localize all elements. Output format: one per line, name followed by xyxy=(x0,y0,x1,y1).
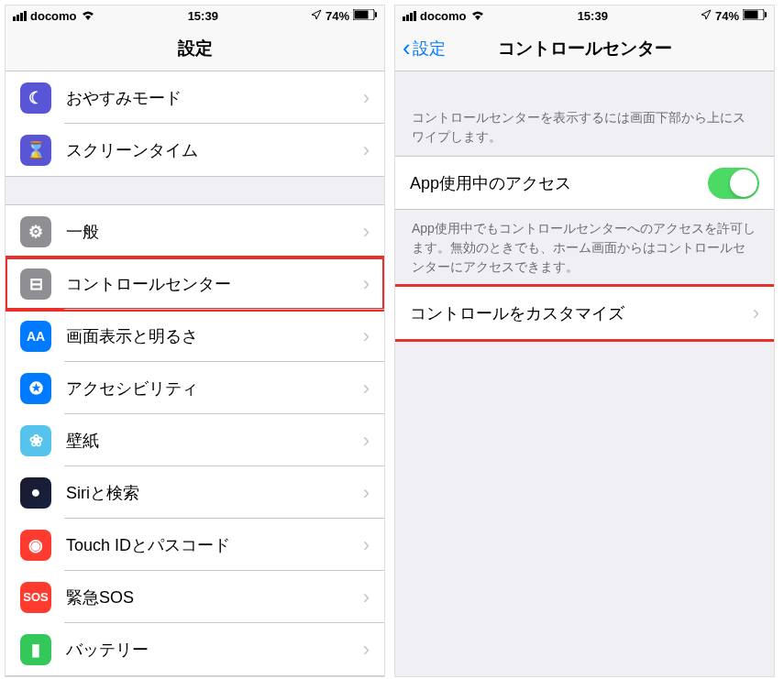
chevron-right-icon: › xyxy=(363,324,370,348)
svg-rect-2 xyxy=(375,12,377,17)
status-time: 15:39 xyxy=(578,9,608,23)
status-bar: docomo 15:39 74% xyxy=(395,5,774,26)
settings-screen: docomo 15:39 74% 設定 ☾おやすみモード›⌛スクリーンタイム›⚙… xyxy=(5,5,385,677)
row-label: アクセシビリティ xyxy=(66,378,363,400)
chevron-right-icon: › xyxy=(363,533,370,557)
location-icon xyxy=(701,9,712,23)
battery-percent: 74% xyxy=(326,9,349,23)
battery-icon: ▮ xyxy=(20,634,51,665)
row-label: 壁紙 xyxy=(66,430,363,452)
row-accessibility[interactable]: ✪アクセシビリティ› xyxy=(6,362,384,414)
accessibility-icon: ✪ xyxy=(20,373,51,404)
chevron-right-icon: › xyxy=(363,638,370,662)
status-time: 15:39 xyxy=(188,9,218,23)
siri-icon: ● xyxy=(20,477,51,509)
signal-icon xyxy=(13,11,27,21)
page-title: コントロールセンター xyxy=(498,37,672,60)
chevron-right-icon: › xyxy=(363,377,370,400)
row-label: Siriと検索 xyxy=(66,482,363,504)
wifi-icon xyxy=(470,8,485,23)
touchid-icon: ◉ xyxy=(20,530,51,561)
wallpaper-icon: ❀ xyxy=(20,425,51,456)
chevron-right-icon: › xyxy=(363,138,370,162)
row-siri[interactable]: ●Siriと検索› xyxy=(6,466,384,519)
sos-icon: SOS xyxy=(20,582,51,613)
hint-text: App使用中でもコントロールセンターへのアクセスを許可します。無効のときでも、ホ… xyxy=(395,210,774,286)
battery-icon xyxy=(743,9,767,23)
status-bar: docomo 15:39 74% xyxy=(6,5,384,26)
nav-bar: 設定 xyxy=(6,26,384,71)
back-button[interactable]: ‹ 設定 xyxy=(403,34,446,62)
row-label: おやすみモード xyxy=(66,87,363,109)
row-label: 一般 xyxy=(66,221,363,243)
row-general[interactable]: ⚙一般› xyxy=(6,205,384,257)
signal-icon xyxy=(403,11,416,21)
row-label: バッテリー xyxy=(66,639,363,661)
battery-icon xyxy=(353,9,377,23)
control-center-icon: ⊟ xyxy=(20,268,51,300)
chevron-right-icon: › xyxy=(363,272,370,296)
row-screentime[interactable]: ⌛スクリーンタイム› xyxy=(6,124,384,176)
carrier-label: docomo xyxy=(30,9,77,23)
chevron-left-icon: ‹ xyxy=(403,34,411,62)
row-customize-group: コントロールをカスタマイズ › xyxy=(395,286,774,340)
chevron-right-icon: › xyxy=(363,86,370,110)
row-display[interactable]: AA画面表示と明るさ› xyxy=(6,310,384,362)
location-icon xyxy=(311,9,322,23)
chevron-right-icon: › xyxy=(363,586,370,609)
chevron-right-icon: › xyxy=(363,481,370,505)
row-control-center[interactable]: ⊟コントロールセンター› xyxy=(6,257,384,310)
row-app-access[interactable]: App使用中のアクセス xyxy=(395,157,774,209)
svg-rect-5 xyxy=(765,12,767,17)
page-title: 設定 xyxy=(178,37,213,60)
row-label: スクリーンタイム xyxy=(66,139,363,161)
battery-percent: 74% xyxy=(715,9,739,23)
row-wallpaper[interactable]: ❀壁紙› xyxy=(6,414,384,466)
back-label: 設定 xyxy=(413,38,446,60)
svg-rect-4 xyxy=(745,10,758,18)
wifi-icon xyxy=(81,8,95,23)
row-dnd[interactable]: ☾おやすみモード› xyxy=(6,71,384,124)
row-label: 画面表示と明るさ xyxy=(66,325,363,347)
row-battery[interactable]: ▮バッテリー› xyxy=(6,623,384,675)
row-label: Touch IDとパスコード xyxy=(66,534,363,556)
row-customize[interactable]: コントロールをカスタマイズ › xyxy=(395,287,774,339)
chevron-right-icon: › xyxy=(753,301,759,325)
row-touchid[interactable]: ◉Touch IDとパスコード› xyxy=(6,519,384,571)
chevron-right-icon: › xyxy=(363,220,370,244)
carrier-label: docomo xyxy=(420,9,467,23)
control-center-screen: docomo 15:39 74% ‹ 設定 コントロールセンター コントロールセ… xyxy=(394,5,775,677)
general-icon: ⚙ xyxy=(20,216,51,247)
row-label: コントロールをカスタマイズ xyxy=(410,302,753,324)
row-label: コントロールセンター xyxy=(66,273,363,295)
row-label: 緊急SOS xyxy=(66,586,363,608)
screentime-icon: ⌛ xyxy=(20,135,51,166)
dnd-icon: ☾ xyxy=(20,82,51,114)
hint-text: コントロールセンターを表示するには画面下部から上にスワイプします。 xyxy=(395,71,774,156)
chevron-right-icon: › xyxy=(363,429,370,453)
svg-rect-1 xyxy=(355,10,369,18)
row-label: App使用中のアクセス xyxy=(410,172,708,194)
row-sos[interactable]: SOS緊急SOS› xyxy=(6,571,384,623)
display-icon: AA xyxy=(20,321,51,352)
toggle-switch[interactable] xyxy=(708,168,759,199)
nav-bar: ‹ 設定 コントロールセンター xyxy=(395,26,774,71)
